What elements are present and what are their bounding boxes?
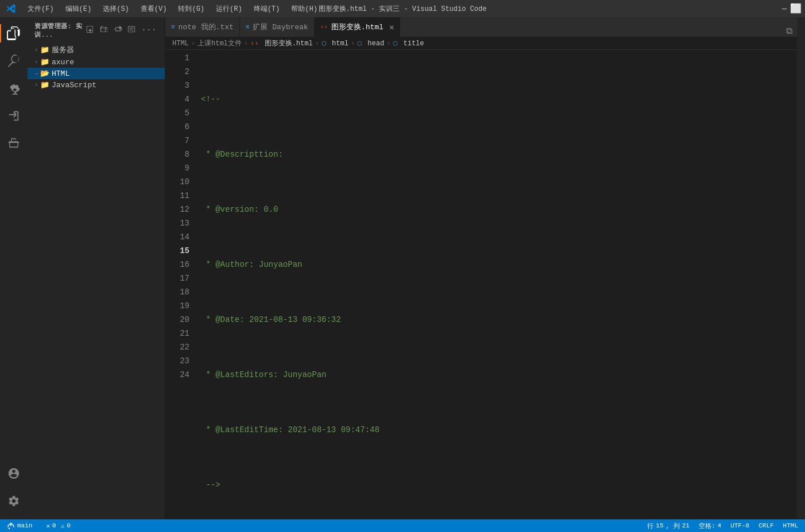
folder-javascript-icon: 📁 (40, 80, 49, 90)
new-file-icon[interactable] (85, 24, 95, 37)
encoding-value: UTF-8 (730, 522, 749, 529)
code-line-6: * @LastEditors: JunyaoPan (199, 368, 797, 382)
maximize-button[interactable]: ⬜ (792, 5, 799, 12)
folder-servers-label: 服务器 (52, 45, 74, 55)
status-bar: main ✕ 0 ⚠ 0 行 15 , 列 21 空格: 4 UTF-8 CRL… (0, 519, 805, 532)
code-line-7: * @LastEditTime: 2021-08-13 09:47:48 (199, 423, 797, 437)
breadcrumb: HTML › 上课html文件 › ‹› 图形变换.html › ⬡ html … (165, 37, 797, 50)
chevron-down-icon: › (33, 72, 40, 75)
code-editor[interactable]: 1 2 3 4 5 6 7 8 9 10 11 12 13 14 15 16 1… (165, 50, 797, 519)
activity-account[interactable] (0, 460, 28, 487)
split-editor-icon[interactable]: ⧉ (786, 26, 792, 37)
tab-icon-daybreak: ≡ (246, 24, 250, 30)
status-encoding[interactable]: UTF-8 (728, 522, 752, 530)
breadcrumb-file-label: 图形变换.html (265, 40, 313, 48)
folder-javascript-label: JavaScript (52, 81, 96, 90)
code-line-4: * @Author: JunyaoPan (199, 258, 797, 271)
tab-note[interactable]: ≡ note 我的.txt (165, 17, 240, 37)
breadcrumb-sep-4: › (351, 40, 355, 48)
menu-edit[interactable]: 编辑(E) (61, 3, 96, 15)
tree-item-axure[interactable]: › 📁 axure (28, 56, 165, 68)
menu-file[interactable]: 文件(F) (23, 3, 59, 15)
line-num-23: 23 (170, 354, 189, 368)
breadcrumb-head[interactable]: ⬡ head (357, 40, 384, 48)
menu-run[interactable]: 运行(R) (211, 3, 247, 15)
folder-axure-label: axure (52, 58, 74, 67)
chevron-right-icon: › (34, 82, 38, 88)
activity-settings[interactable] (0, 487, 28, 515)
tree-item-servers[interactable]: › 📁 服务器 (28, 44, 165, 56)
line-num-7: 7 (170, 134, 189, 147)
activity-extensions[interactable] (0, 130, 28, 157)
extensions-icon (7, 137, 20, 150)
line-col-label: 行 (647, 522, 653, 530)
line-num-11: 11 (170, 189, 189, 203)
tab-graphtrans[interactable]: ‹› 图形变换.html ✕ (315, 17, 401, 37)
status-language[interactable]: HTML (781, 522, 800, 530)
activity-search[interactable] (0, 47, 28, 75)
menu-goto[interactable]: 转到(G) (173, 3, 209, 15)
refresh-icon[interactable] (113, 24, 123, 37)
breadcrumb-file[interactable]: ‹› 图形变换.html (250, 38, 313, 48)
status-line-ending[interactable]: CRLF (756, 522, 776, 530)
right-border (797, 17, 805, 519)
breadcrumb-sep-3: › (315, 40, 319, 48)
new-folder-icon[interactable] (99, 24, 109, 37)
menu-terminal[interactable]: 终端(T) (249, 3, 285, 15)
tab-icon-html: ‹› (320, 24, 328, 30)
collapse-all-icon[interactable] (126, 24, 137, 37)
tree-item-javascript[interactable]: › 📁 JavaScript (28, 79, 165, 91)
activity-git[interactable] (0, 75, 28, 102)
folder-html-icon: 📂 (40, 69, 49, 78)
code-content[interactable]: <!-- * @Descripttion: * @version: 0.0 * … (194, 50, 797, 519)
window-controls: — ⬜ (781, 5, 799, 12)
vscode-logo-icon (6, 3, 16, 14)
title-bar: 文件(F) 编辑(E) 选择(S) 查看(V) 转到(G) 运行(R) 终端(T… (0, 0, 805, 17)
tab-label-graphtrans: 图形变换.html (331, 22, 384, 32)
breadcrumb-sep-5: › (386, 40, 390, 48)
status-errors[interactable]: ✕ 0 ⚠ 0 (44, 522, 72, 530)
folder-servers-icon: 📁 (40, 45, 49, 55)
branch-icon (7, 522, 15, 530)
sidebar-header: 资源管理器: 实训... ··· (28, 17, 165, 44)
account-icon (7, 467, 20, 480)
menu-help[interactable]: 帮助(H) (287, 3, 322, 15)
line-num-3: 3 (170, 79, 189, 92)
sidebar-header-icons: ··· (85, 24, 158, 37)
line-col-sep: , 列 (666, 522, 680, 530)
menu-select[interactable]: 选择(S) (98, 3, 134, 15)
breadcrumb-dir[interactable]: 上课html文件 (198, 38, 242, 48)
status-right: 行 15 , 列 21 空格: 4 UTF-8 CRLF HTML (645, 522, 800, 530)
line-num-10: 10 (170, 175, 189, 189)
breadcrumb-html[interactable]: HTML (172, 40, 189, 48)
breadcrumb-html-elem[interactable]: ⬡ html (322, 40, 349, 48)
git-icon (7, 82, 20, 95)
status-spaces[interactable]: 空格: 4 (696, 522, 723, 530)
breadcrumb-title[interactable]: ⬡ title (393, 40, 424, 48)
menu-view[interactable]: 查看(V) (136, 3, 172, 15)
line-num-21: 21 (170, 327, 189, 340)
window-title: 图形变换.html - 实训三 - Visual Studio Code (319, 4, 487, 14)
warning-count: 0 (67, 522, 71, 529)
breadcrumb-file-icon: ‹› (250, 40, 258, 48)
editor-actions: ⧉ (786, 26, 797, 37)
line-num-13: 13 (170, 216, 189, 230)
branch-name: main (17, 522, 32, 529)
status-branch[interactable]: main (5, 522, 34, 530)
activity-explorer[interactable] (0, 20, 28, 47)
tab-daybreak[interactable]: ≡ 扩展 Daybreak (240, 17, 315, 37)
code-line-1: <!-- (199, 92, 797, 106)
tab-close-button[interactable]: ✕ (389, 22, 394, 32)
activity-run[interactable] (0, 102, 28, 130)
line-numbers: 1 2 3 4 5 6 7 8 9 10 11 12 13 14 15 16 1… (165, 50, 194, 519)
minimize-button[interactable]: — (781, 5, 788, 12)
tree-item-html[interactable]: › 📂 HTML (28, 68, 165, 79)
col-num-status: 21 (682, 522, 690, 529)
code-line-2: * @Descripttion: (199, 147, 797, 161)
warning-icon: ⚠ (61, 522, 65, 530)
code-line-5: * @Date: 2021-08-13 09:36:32 (199, 313, 797, 327)
status-line-col[interactable]: 行 15 , 列 21 (645, 522, 692, 530)
sidebar-title: 资源管理器: 实训... (34, 22, 85, 39)
more-options-icon[interactable]: ··· (140, 24, 158, 37)
breadcrumb-sep-1: › (191, 40, 195, 48)
